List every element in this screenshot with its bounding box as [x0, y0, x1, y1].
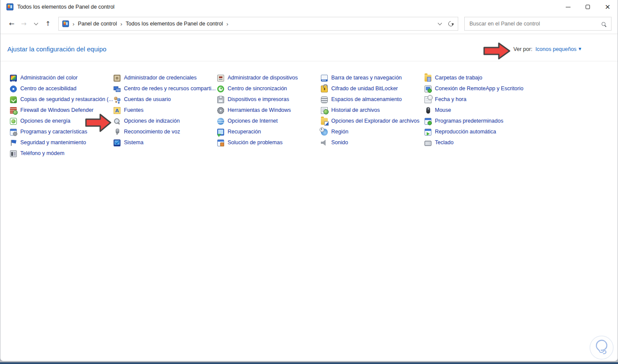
file-explorer-options-icon — [321, 118, 328, 125]
control-panel-item[interactable]: Centro de sincronización — [217, 83, 321, 94]
item-label: Centro de redes y recursos comparti... — [124, 86, 216, 92]
item-label: Centro de accesibilidad — [20, 86, 76, 92]
item-label: Región — [331, 129, 349, 135]
control-panel-item[interactable]: Solución de problemas — [217, 137, 321, 148]
view-by-dropdown[interactable]: Iconos pequeños ▼ — [536, 46, 581, 52]
item-label: Barra de tareas y navegación — [331, 75, 402, 81]
item-label: Espacios de almacenamiento — [331, 97, 402, 102]
control-panel-item[interactable]: Barra de tareas y navegación — [321, 73, 425, 83]
grid-column: Carpetas de trabajoConexión de RemoteApp… — [425, 73, 528, 159]
minimize-icon — [566, 7, 570, 7]
control-panel-item[interactable]: Reproducción automática — [425, 127, 528, 137]
control-panel-item[interactable]: Dispositivos e impresoras — [217, 94, 321, 105]
breadcrumb-todos-los-elementos[interactable]: Todos los elementos de Panel de control — [126, 21, 223, 27]
control-panel-item[interactable]: Región — [321, 127, 425, 137]
up-button[interactable]: ↑ — [42, 18, 54, 30]
lightbulb-watermark-icon — [589, 335, 614, 360]
control-panel-item[interactable]: Fecha y hora — [425, 94, 528, 105]
control-panel-item[interactable]: Conexión de RemoteApp y Escritorio — [425, 83, 528, 94]
credential-manager-icon — [114, 75, 120, 82]
control-panel-item[interactable]: Teclado — [425, 137, 528, 148]
control-panel-item[interactable]: Historial de archivos — [321, 105, 425, 116]
user-accounts-icon — [114, 96, 120, 103]
work-folders-icon — [425, 75, 431, 82]
caret-down-icon: ▼ — [579, 47, 581, 51]
control-panel-item[interactable]: Administrador de dispositivos — [217, 73, 321, 83]
control-panel-item[interactable]: Opciones de energía — [10, 116, 114, 127]
bitlocker-icon — [321, 85, 328, 92]
power-options-icon — [10, 118, 17, 125]
control-panel-item[interactable]: Sistema — [114, 137, 217, 148]
address-dropdown-icon[interactable] — [438, 21, 442, 25]
sound-icon — [321, 139, 328, 146]
minimize-button[interactable] — [558, 0, 578, 14]
grid-column: Administrador de credencialesCentro de r… — [114, 73, 217, 159]
control-panel-item[interactable]: Programas y características — [10, 127, 114, 137]
search-input[interactable]: Buscar en el Panel de control — [464, 17, 612, 31]
item-label: Opciones del Explorador de archivos — [331, 118, 419, 124]
navigation-toolbar: ← → ↑ › Panel de control › Todos los ele… — [0, 14, 618, 34]
control-panel-item[interactable]: Espacios de almacenamiento — [321, 94, 425, 105]
refresh-icon[interactable] — [447, 20, 455, 28]
file-history-icon — [321, 107, 328, 114]
control-panel-item[interactable]: Seguridad y mantenimiento — [10, 137, 114, 148]
control-panel-item[interactable]: Centro de accesibilidad — [10, 83, 114, 94]
close-icon: × — [605, 3, 610, 10]
control-panel-item[interactable]: Sonido — [321, 137, 425, 148]
control-panel-item[interactable]: Opciones del Explorador de archivos — [321, 116, 425, 127]
recovery-icon — [217, 129, 224, 136]
control-panel-item[interactable]: Cifrado de unidad BitLocker — [321, 83, 425, 94]
control-panel-item[interactable]: Opciones de indización — [114, 116, 217, 127]
breadcrumb-panel-de-control[interactable]: Panel de control — [78, 21, 117, 27]
taskbar-navigation-icon — [321, 75, 328, 82]
item-label: Centro de sincronización — [228, 86, 287, 92]
control-panel-item[interactable]: Opciones de Internet — [217, 116, 321, 127]
back-button[interactable]: ← — [6, 18, 18, 30]
control-panel-item[interactable]: Administración del color — [10, 73, 114, 83]
close-button[interactable]: × — [598, 0, 618, 14]
default-programs-icon — [425, 118, 431, 125]
region-icon — [321, 129, 328, 136]
item-label: Sonido — [331, 140, 348, 146]
control-panel-item[interactable]: Reconocimiento de voz — [114, 127, 217, 137]
control-panel-item[interactable]: Copias de seguridad y restauración (... — [10, 94, 114, 105]
control-panel-item[interactable]: Teléfono y módem — [10, 148, 114, 159]
control-panel-item[interactable]: Carpetas de trabajo — [425, 73, 528, 83]
color-management-icon — [10, 75, 17, 82]
control-panel-item[interactable]: Mouse — [425, 105, 528, 116]
item-label: Sistema — [124, 140, 143, 146]
item-label: Recuperación — [228, 129, 261, 135]
phone-modem-icon — [10, 150, 17, 157]
control-panel-item[interactable]: Firewall de Windows Defender — [10, 105, 114, 116]
security-maintenance-icon — [10, 139, 17, 146]
internet-options-icon — [217, 118, 224, 125]
item-label: Fuentes — [124, 108, 143, 113]
item-label: Herramientas de Windows — [228, 108, 291, 113]
remoteapp-desktop-icon — [425, 85, 431, 92]
item-label: Seguridad y mantenimiento — [20, 140, 86, 146]
maximize-button[interactable] — [578, 0, 598, 14]
network-center-icon — [114, 85, 120, 92]
control-panel-item[interactable]: Herramientas de Windows — [217, 105, 321, 116]
item-label: Solución de problemas — [228, 140, 282, 146]
item-label: Opciones de energía — [20, 118, 70, 124]
breadcrumb-separator-icon: › — [120, 21, 123, 27]
item-label: Programas y características — [20, 129, 87, 135]
control-panel-item[interactable]: Fuentes — [114, 105, 217, 116]
control-panel-item[interactable]: Centro de redes y recursos comparti... — [114, 83, 217, 94]
control-panel-item[interactable]: Recuperación — [217, 127, 321, 137]
item-label: Administración del color — [20, 75, 78, 81]
control-panel-icon — [62, 20, 69, 27]
grid-column: Barra de tareas y navegaciónCifrado de u… — [321, 73, 425, 159]
forward-icon: → — [21, 20, 27, 28]
control-panel-item[interactable]: Administrador de credenciales — [114, 73, 217, 83]
control-panel-item[interactable]: Programas predeterminados — [425, 116, 528, 127]
item-label: Opciones de Internet — [228, 118, 278, 124]
recent-pages-button[interactable] — [30, 18, 42, 30]
ease-of-access-icon — [10, 85, 17, 92]
control-panel-item[interactable]: Cuentas de usuario — [114, 94, 217, 105]
backup-restore-icon — [10, 96, 17, 103]
forward-button[interactable]: → — [18, 18, 30, 30]
speech-recognition-icon — [114, 129, 120, 136]
address-bar[interactable]: › Panel de control › Todos los elementos… — [58, 17, 458, 31]
